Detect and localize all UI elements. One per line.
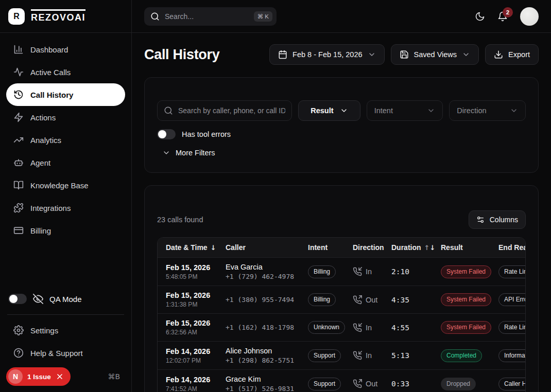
more-filters-button[interactable]: More Filters [157, 149, 215, 157]
export-button[interactable]: Export [485, 44, 539, 65]
gear-icon [13, 325, 24, 335]
result-badge: Completed [441, 349, 482, 362]
saved-views-button[interactable]: Saved Views [391, 44, 479, 65]
caller-name: Eva Garcia [226, 263, 300, 271]
table-row[interactable]: Feb 14, 20267:41:52 AM Grace Kim+1 (517)… [158, 370, 526, 392]
table-header-row: Date & Time↓ Caller Intent Direction Dur… [158, 238, 526, 258]
sidebar-item-agent[interactable]: Agent [6, 151, 125, 174]
table-toolbar: 23 calls found Columns [157, 210, 526, 229]
direction-filter-select[interactable]: Direction [449, 100, 526, 121]
calendar-icon [278, 50, 287, 59]
issue-label: 1 Issue [27, 373, 51, 381]
sidebar-item-settings[interactable]: Settings [6, 319, 125, 342]
table-row[interactable]: Feb 15, 20261:31:38 PM +1 (380) 955-7494… [158, 286, 526, 314]
intent-badge: Support [308, 378, 341, 390]
table-row[interactable]: Feb 14, 202612:02:07 PM Alice Johnson+1 … [158, 342, 526, 370]
sidebar-item-knowledge-base[interactable]: Knowledge Base [6, 174, 125, 197]
theme-toggle-button[interactable] [475, 11, 485, 22]
date-range-button[interactable]: Feb 8 - Feb 15, 2026 [269, 44, 384, 65]
calls-search[interactable] [157, 100, 292, 121]
column-header-date-time[interactable]: Date & Time↓ [158, 238, 221, 258]
sidebar-item-label: Settings [30, 326, 58, 335]
issue-avatar: N [8, 369, 23, 384]
page-title: Call History [144, 47, 219, 63]
sidebar-item-label: Help & Support [30, 349, 83, 358]
sidebar-item-billing[interactable]: Billing [6, 219, 125, 242]
chevron-down-icon [462, 50, 470, 59]
qa-mode-label: QA Mode [49, 295, 82, 304]
caller-phone: +1 (298) 862-5751 [226, 357, 300, 364]
chevron-down-icon [510, 106, 518, 115]
result-filter-dropdown[interactable]: Result [298, 100, 360, 121]
brand-logo-letter: R [13, 12, 20, 21]
result-badge: System Failed [441, 265, 491, 278]
sidebar-item-actions[interactable]: Actions [6, 106, 125, 129]
eye-off-icon [33, 294, 43, 304]
user-avatar[interactable] [520, 7, 539, 26]
qa-mode-toggle[interactable] [8, 294, 27, 304]
save-icon [400, 50, 409, 59]
call-duration: 5:13 [387, 342, 437, 370]
sidebar-item-label: Integrations [30, 204, 71, 212]
sort-desc-icon: ↓ [211, 244, 216, 252]
call-duration: 4:55 [387, 314, 437, 342]
call-duration: 4:35 [387, 286, 437, 314]
table-row[interactable]: Feb 15, 20265:48:05 PM Eva Garcia+1 (729… [158, 258, 526, 286]
calls-table-wrap: Date & Time↓ Caller Intent Direction Dur… [157, 237, 526, 392]
sidebar-item-integrations[interactable]: Integrations [6, 197, 125, 219]
main-content: Call History Feb 8 - Feb 15, 2026 Saved … [132, 33, 551, 392]
has-tool-errors-label: Has tool errors [182, 130, 231, 138]
issue-pill-button[interactable]: N 1 Issue [6, 367, 71, 386]
zap-icon [13, 112, 24, 122]
table-row[interactable]: Feb 15, 20266:32:56 AM +1 (162) 418-1798… [158, 314, 526, 342]
global-search[interactable]: ⌘ K [144, 7, 277, 26]
column-header-direction[interactable]: Direction [349, 238, 387, 258]
puzzle-icon [13, 203, 24, 213]
export-label: Export [508, 50, 530, 59]
chevron-down-icon [427, 106, 435, 115]
sidebar-item-dashboard[interactable]: Dashboard [6, 38, 125, 61]
sidebar-item-analytics[interactable]: Analytics [6, 129, 125, 151]
column-header-result[interactable]: Result [437, 238, 494, 258]
phone-outgoing-icon [353, 295, 362, 305]
history-icon [13, 90, 24, 100]
column-header-end-reason[interactable]: End Reason [494, 238, 526, 258]
direction-label: In [366, 268, 372, 276]
caller-name: Alice Johnson [226, 347, 300, 355]
credit-card-icon [13, 225, 24, 236]
has-tool-errors-toggle[interactable] [157, 129, 176, 139]
notification-badge: 2 [503, 7, 513, 17]
notifications-button[interactable]: 2 [497, 11, 508, 22]
calls-search-input[interactable] [178, 106, 285, 115]
call-time: 5:48:05 PM [166, 273, 217, 280]
sidebar-item-active-calls[interactable]: Active Calls [6, 61, 125, 83]
activity-icon [13, 67, 24, 77]
column-header-intent[interactable]: Intent [304, 238, 349, 258]
close-icon[interactable] [56, 372, 64, 381]
global-search-input[interactable] [165, 12, 249, 21]
sidebar-item-label: Agent [30, 158, 50, 167]
call-date: Feb 15, 2026 [166, 263, 217, 272]
date-range-label: Feb 8 - Feb 15, 2026 [292, 50, 362, 59]
direction-filter-label: Direction [457, 106, 486, 115]
intent-badge: Unknown [308, 321, 345, 334]
result-filter-label: Result [311, 106, 333, 115]
call-date: Feb 14, 2026 [166, 347, 217, 355]
caller-name: Grace Kim [226, 375, 300, 383]
sidebar-item-call-history[interactable]: Call History [6, 83, 125, 106]
columns-button[interactable]: Columns [469, 210, 526, 229]
column-header-duration[interactable]: Duration↑↓ [387, 238, 437, 258]
column-header-caller[interactable]: Caller [221, 238, 304, 258]
sidebar-bottom: N 1 Issue ⌘B [6, 367, 125, 386]
direction-label: Out [366, 296, 377, 304]
chevron-down-icon [162, 149, 170, 157]
call-time: 7:41:52 AM [166, 385, 217, 392]
sidebar-item-help-support[interactable]: Help & Support [6, 342, 125, 364]
call-date: Feb 14, 2026 [166, 376, 217, 384]
chevron-down-icon [368, 50, 376, 59]
intent-filter-select[interactable]: Intent [367, 100, 443, 121]
phone-incoming-icon [353, 267, 362, 276]
caller-phone: +1 (517) 526-9831 [226, 385, 300, 392]
chevron-down-icon [340, 106, 348, 115]
intent-filter-label: Intent [374, 106, 393, 115]
